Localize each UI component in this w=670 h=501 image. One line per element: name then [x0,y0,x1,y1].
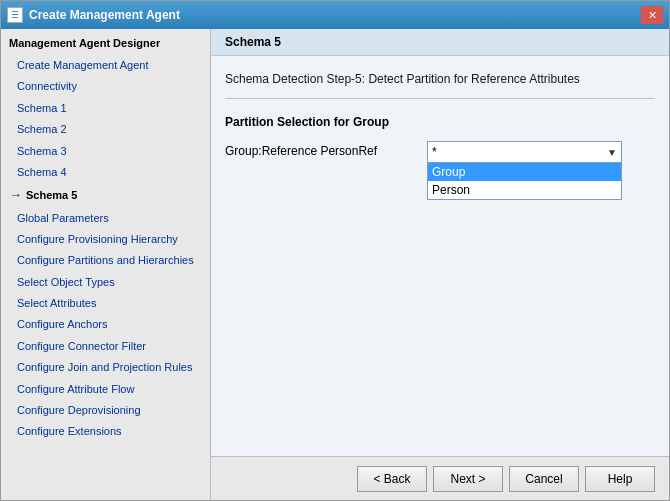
sidebar-item-create-ma[interactable]: Create Management Agent [1,55,210,76]
title-bar: ☰ Create Management Agent ✕ [1,1,669,29]
window-title: Create Management Agent [29,8,180,22]
sidebar-item-schema3[interactable]: Schema 3 [1,141,210,162]
main-header: Schema 5 [211,29,669,56]
sidebar-item-deprovisioning[interactable]: Configure Deprovisioning [1,400,210,421]
field-row: Group:Reference PersonRef * ▼ Group [225,141,655,163]
sidebar-item-partitions-hierarchies[interactable]: Configure Partitions and Hierarchies [1,250,210,271]
back-button[interactable]: < Back [357,466,427,492]
sidebar-item-schema1[interactable]: Schema 1 [1,98,210,119]
partition-title: Partition Selection for Group [225,115,655,129]
sidebar-header: Management Agent Designer [1,33,210,55]
help-button[interactable]: Help [585,466,655,492]
sidebar-item-attribute-flow[interactable]: Configure Attribute Flow [1,379,210,400]
app-icon: ☰ [7,7,23,23]
main-panel: Schema 5 Schema Detection Step-5: Detect… [211,29,669,500]
content-area: Management Agent Designer Create Managem… [1,29,669,500]
sidebar-item-schema2[interactable]: Schema 2 [1,119,210,140]
sidebar-item-configure-anchors[interactable]: Configure Anchors [1,314,210,335]
title-bar-buttons: ✕ [641,6,663,24]
field-label: Group:Reference PersonRef [225,141,415,158]
title-bar-left: ☰ Create Management Agent [7,7,180,23]
dropdown-arrow-icon: ▼ [607,147,617,158]
sidebar-item-connector-filter[interactable]: Configure Connector Filter [1,336,210,357]
sidebar-item-connectivity[interactable]: Connectivity [1,76,210,97]
partition-section: Partition Selection for Group Group:Refe… [225,115,655,163]
detection-step-label: Schema Detection Step-5: Detect Partitio… [225,72,655,99]
dropdown-option-group[interactable]: Group [428,163,621,181]
sidebar: Management Agent Designer Create Managem… [1,29,211,500]
dropdown-option-person[interactable]: Person [428,181,621,199]
dropdown-value: * [432,145,437,159]
dropdown-list: Group Person [427,163,622,200]
main-window: ☰ Create Management Agent ✕ Management A… [0,0,670,501]
sidebar-item-global-params[interactable]: Global Parameters [1,208,210,229]
active-arrow-icon: → [9,186,22,204]
sidebar-item-select-attributes[interactable]: Select Attributes [1,293,210,314]
sidebar-item-select-object-types[interactable]: Select Object Types [1,272,210,293]
sidebar-item-extensions[interactable]: Configure Extensions [1,421,210,442]
dropdown-container: * ▼ Group Person [427,141,622,163]
sidebar-item-schema5[interactable]: → Schema 5 [1,183,210,207]
sidebar-item-schema4[interactable]: Schema 4 [1,162,210,183]
next-button[interactable]: Next > [433,466,503,492]
cancel-button[interactable]: Cancel [509,466,579,492]
sidebar-item-join-projection[interactable]: Configure Join and Projection Rules [1,357,210,378]
dropdown-select[interactable]: * ▼ [427,141,622,163]
footer-buttons: < Back Next > Cancel Help [211,456,669,500]
sidebar-item-provisioning-hierarchy[interactable]: Configure Provisioning Hierarchy [1,229,210,250]
main-content: Schema Detection Step-5: Detect Partitio… [211,56,669,456]
close-button[interactable]: ✕ [641,6,663,24]
